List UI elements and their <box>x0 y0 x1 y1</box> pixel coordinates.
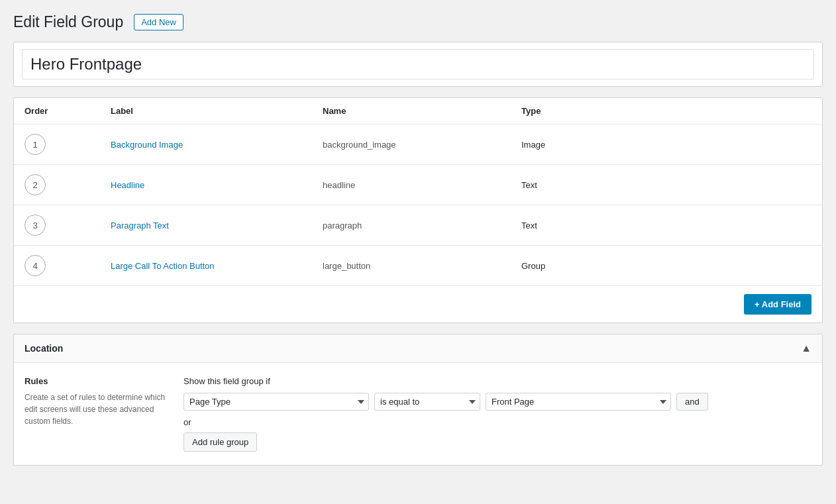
field-type: Text <box>521 180 537 190</box>
fields-table: Order Label Name Type 1 Background Image… <box>14 98 822 285</box>
rule-operator-select[interactable]: is equal to is not equal to <box>374 393 480 411</box>
rule-param-select[interactable]: Page Type Post Type Taxonomy User Role <box>183 393 369 411</box>
rules-title: Rules <box>25 376 170 386</box>
add-field-row: + Add Field <box>14 285 822 323</box>
field-name: large_button <box>323 261 370 271</box>
rules-sidebar: Rules Create a set of rules to determine… <box>25 376 170 452</box>
field-group-title-input[interactable] <box>22 49 814 79</box>
table-row: 4 Large Call To Action Button large_butt… <box>14 246 822 286</box>
order-number: 3 <box>25 215 46 236</box>
title-card <box>13 42 823 87</box>
col-header-type: Type <box>511 98 822 125</box>
or-label: or <box>183 417 811 427</box>
field-type: Image <box>521 140 545 150</box>
field-type: Text <box>521 221 537 230</box>
field-name: paragraph <box>323 221 362 230</box>
location-header: Location ▲ <box>14 334 822 363</box>
rules-desc: Create a set of rules to determine which… <box>25 391 170 427</box>
add-rule-group-button[interactable]: Add rule group <box>183 432 257 452</box>
fields-card: Order Label Name Type 1 Background Image… <box>13 97 823 323</box>
show-if-label: Show this field group if <box>183 376 811 386</box>
rules-main: Show this field group if Page Type Post … <box>183 376 811 452</box>
col-header-name: Name <box>312 98 511 125</box>
field-name: background_image <box>323 140 396 150</box>
location-title: Location <box>25 343 63 354</box>
col-header-label: Label <box>100 98 312 125</box>
field-type: Group <box>521 261 545 271</box>
field-label-link[interactable]: Paragraph Text <box>111 221 169 230</box>
page-header: Edit Field Group Add New <box>13 13 823 31</box>
location-card: Location ▲ Rules Create a set of rules t… <box>13 334 823 466</box>
table-row: 2 Headline headline Text <box>14 165 822 205</box>
rule-row: Page Type Post Type Taxonomy User Role i… <box>183 393 811 411</box>
col-header-order: Order <box>14 98 100 125</box>
add-field-button[interactable]: + Add Field <box>744 294 811 315</box>
field-label-link[interactable]: Large Call To Action Button <box>111 261 215 271</box>
collapse-icon[interactable]: ▲ <box>801 342 811 354</box>
field-label-link[interactable]: Background Image <box>111 140 183 150</box>
rule-value-select[interactable]: Front Page Home Blog Contact <box>486 393 671 411</box>
table-row: 1 Background Image background_image Imag… <box>14 125 822 165</box>
order-number: 4 <box>25 255 46 276</box>
order-number: 2 <box>25 174 46 195</box>
field-name: headline <box>323 180 355 190</box>
location-body: Rules Create a set of rules to determine… <box>14 363 822 465</box>
and-button[interactable]: and <box>676 393 708 411</box>
field-label-link[interactable]: Headline <box>111 180 144 190</box>
add-new-button[interactable]: Add New <box>134 14 183 30</box>
page-title: Edit Field Group <box>13 13 123 31</box>
order-number: 1 <box>25 134 46 155</box>
table-row: 3 Paragraph Text paragraph Text <box>14 205 822 246</box>
